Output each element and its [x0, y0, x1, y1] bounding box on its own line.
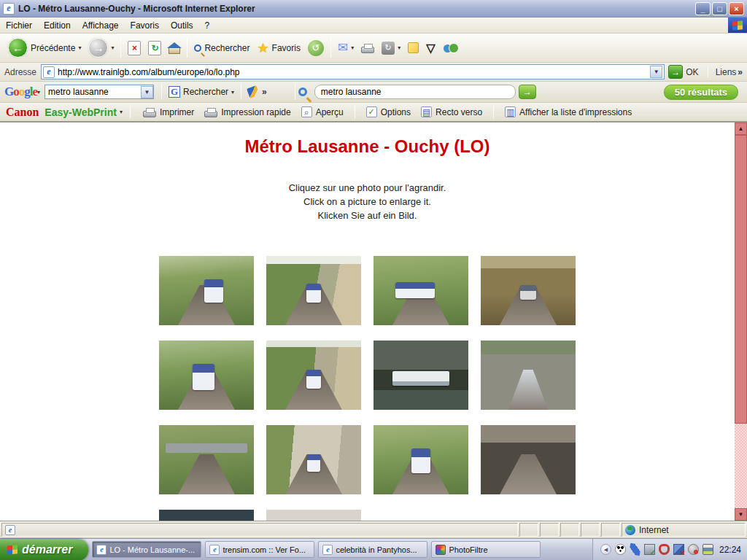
- google-query[interactable]: metro lausanne: [45, 87, 141, 97]
- status-pane: [560, 523, 579, 537]
- menu-fichier[interactable]: Fichier: [0, 18, 38, 33]
- address-input[interactable]: e http://www.trainlgb.com/album/europe/l…: [41, 64, 665, 79]
- standard-toolbar: ← Précédente ▾ → ▾ × ↻ Rechercher ★ Favo…: [0, 34, 747, 63]
- scrollbar-track[interactable]: [735, 424, 747, 508]
- note-icon: [408, 42, 419, 53]
- photo-thumbnail[interactable]: [374, 256, 468, 325]
- photo-thumbnail[interactable]: [481, 425, 576, 494]
- address-bar: Adresse e http://www.trainlgb.com/album/…: [0, 63, 747, 82]
- photo-thumbnail[interactable]: [481, 256, 576, 325]
- scroll-up-button[interactable]: ▲: [735, 122, 747, 135]
- photo-thumbnail[interactable]: [266, 256, 361, 325]
- messenger-button[interactable]: [439, 41, 461, 55]
- site-search-go-button[interactable]: →: [519, 85, 536, 99]
- forward-dropdown-icon[interactable]: ▾: [111, 44, 114, 51]
- printer-icon: [361, 47, 374, 53]
- photo-thumbnail[interactable]: [159, 425, 254, 494]
- google-more-chevron-icon[interactable]: »: [262, 87, 267, 97]
- taskbar-task-photofiltre[interactable]: PhotoFiltre: [431, 541, 541, 558]
- firewall-ring-icon[interactable]: [659, 544, 670, 555]
- ie-page-icon: e: [322, 545, 333, 555]
- home-icon: [169, 47, 180, 54]
- easy-webprint-dropdown-icon[interactable]: ▾: [120, 109, 123, 115]
- funnel-icon: ▽: [426, 41, 435, 55]
- separator: [130, 106, 131, 119]
- easy-webprint-menu[interactable]: Easy-WebPrint: [44, 106, 117, 118]
- back-dropdown-icon[interactable]: ▾: [78, 44, 81, 51]
- home-button[interactable]: [165, 41, 184, 55]
- google-search-button[interactable]: G Rechercher ▾: [165, 85, 238, 99]
- highlighter-button[interactable]: [244, 85, 262, 98]
- canon-quick-print-button[interactable]: Impression rapide: [199, 106, 295, 118]
- tray-collapse-chevron-icon[interactable]: ◀: [600, 544, 611, 555]
- print-button[interactable]: [357, 42, 378, 55]
- instruction-en: Click on a picture to enlarge it.: [0, 195, 735, 209]
- pc-security-check-icon[interactable]: [644, 544, 655, 555]
- photo-thumbnail[interactable]: [374, 341, 468, 410]
- photo-thumbnail[interactable]: [159, 510, 254, 521]
- menu-outils[interactable]: Outils: [165, 18, 199, 33]
- refresh-button[interactable]: ↻: [144, 39, 165, 57]
- panda-antivirus-icon[interactable]: [615, 544, 626, 555]
- photo-row: [159, 341, 576, 410]
- photo-thumbnail[interactable]: [159, 256, 254, 325]
- forward-button[interactable]: → ▾: [85, 36, 117, 59]
- favorites-button[interactable]: ★ Favoris: [253, 39, 303, 58]
- scroll-down-button[interactable]: ▼: [735, 508, 747, 521]
- scrollbar-thumb[interactable]: [735, 135, 747, 424]
- printer-status-icon[interactable]: [703, 544, 713, 555]
- address-dropdown-icon[interactable]: ▼: [650, 66, 662, 78]
- photo-thumbnail[interactable]: [374, 425, 468, 494]
- search-button[interactable]: Rechercher: [190, 42, 253, 55]
- vertical-scrollbar[interactable]: ▲ ▼: [735, 122, 747, 521]
- google-logo[interactable]: Google: [4, 85, 37, 99]
- photo-thumbnail[interactable]: [481, 341, 576, 410]
- address-url[interactable]: http://www.trainlgb.com/album/europe/lo/…: [58, 67, 650, 77]
- canon-print-list-button[interactable]: ▥ Afficher la liste d'impressions: [500, 106, 637, 118]
- mail-button[interactable]: ✉▾: [334, 39, 357, 57]
- canon-duplex-button[interactable]: ▤ Recto verso: [416, 106, 487, 118]
- maximize-button[interactable]: □: [712, 2, 727, 15]
- photo-thumbnail[interactable]: [266, 341, 361, 410]
- discuss-button[interactable]: [404, 41, 422, 55]
- menu-aide[interactable]: ?: [199, 18, 216, 33]
- go-button[interactable]: →: [668, 65, 683, 79]
- status-ball-icon[interactable]: [688, 544, 699, 555]
- stop-button[interactable]: ×: [124, 39, 144, 57]
- window-title: LO - Métro Lausanne-Ouchy - Microsoft In…: [18, 4, 694, 14]
- back-button[interactable]: ← Précédente ▾: [4, 36, 85, 59]
- status-bar: e Internet: [0, 521, 747, 538]
- links-chevron-icon[interactable]: »: [738, 67, 743, 77]
- canon-preview-button[interactable]: ⌕ Aperçu: [296, 106, 349, 118]
- taskbar-task-celebrita[interactable]: e celebrità in Pantyhos...: [318, 541, 427, 558]
- history-button[interactable]: ↺: [304, 39, 328, 58]
- pen-tool-icon[interactable]: [629, 543, 641, 556]
- separator: [330, 38, 331, 58]
- messenger-filter-button[interactable]: ▽: [422, 39, 438, 56]
- network-offline-icon[interactable]: [673, 544, 684, 555]
- photo-thumbnail[interactable]: [159, 341, 254, 410]
- results-count-button[interactable]: 50 résultats: [664, 85, 738, 100]
- close-button[interactable]: ×: [729, 2, 744, 15]
- taskbar-task-trensim[interactable]: e trensim.com :: Ver Fo...: [205, 541, 314, 558]
- site-search-input[interactable]: metro lausanne: [314, 85, 516, 99]
- google-query-dropdown-icon[interactable]: ▼: [141, 86, 153, 98]
- status-message-pane: e: [1, 523, 518, 537]
- photo-thumbnail[interactable]: [266, 510, 361, 521]
- google-search-input[interactable]: metro lausanne ▼: [44, 85, 154, 99]
- go-button-label[interactable]: OK: [686, 67, 698, 77]
- edit-button[interactable]: ↻▾: [378, 40, 404, 56]
- menu-affichage[interactable]: Affichage: [77, 18, 125, 33]
- photo-thumbnail[interactable]: [266, 425, 361, 494]
- canon-print-button[interactable]: Imprimer: [138, 106, 199, 118]
- taskbar-task-lo[interactable]: e LO - Métro Lausanne-...: [92, 541, 201, 558]
- menu-favoris[interactable]: Favoris: [125, 18, 165, 33]
- menu-edition[interactable]: Edition: [38, 18, 77, 33]
- canon-options-button[interactable]: ✓ Options: [361, 106, 416, 118]
- google-logo-dropdown-icon[interactable]: ▾: [37, 89, 40, 96]
- links-label[interactable]: Liens: [716, 67, 737, 77]
- printer-icon: [143, 111, 156, 117]
- status-pane: [540, 523, 559, 537]
- start-button[interactable]: démarrer: [0, 539, 88, 560]
- minimize-button[interactable]: _: [695, 2, 711, 15]
